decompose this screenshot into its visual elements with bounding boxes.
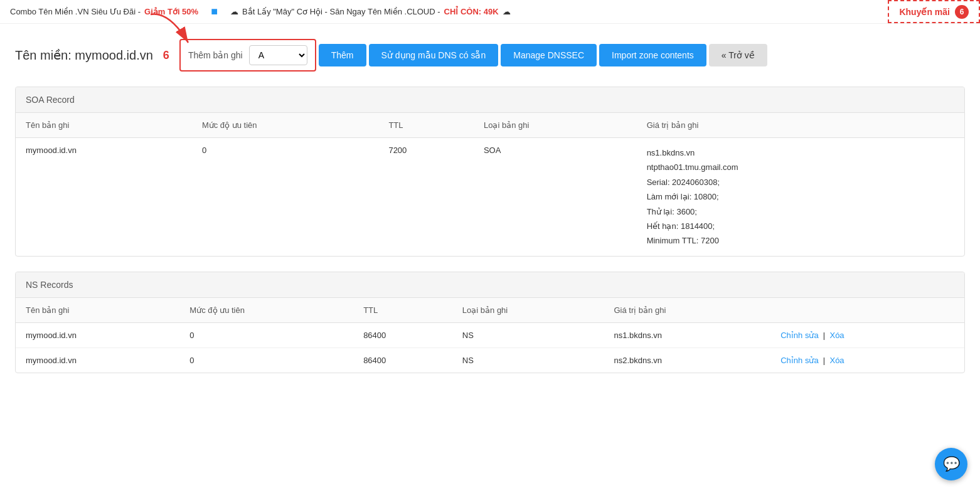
promo-label: Khuyến mãi <box>899 7 950 17</box>
promo-button[interactable]: Khuyến mãi 6 <box>888 0 980 23</box>
soa-section: SOA Record Tên bản ghi Mức độ ưu tiên TT… <box>15 87 965 257</box>
ns-row-1-edit-link[interactable]: Chỉnh sửa <box>780 331 818 340</box>
ns-col-name: Tên bản ghi <box>16 298 179 323</box>
cloud-icon-2: ☁ <box>503 7 511 16</box>
toolbar: Thêm bản ghi A AAAA CNAME MX TXT NS SOA … <box>179 39 767 72</box>
table-row: mymood.id.vn 0 7200 SOA ns1.bkdns.vn ntp… <box>16 138 964 256</box>
dns-template-button[interactable]: Sử dụng mẫu DNS có sẵn <box>369 44 499 66</box>
ns-col-actions <box>770 298 964 323</box>
banner-item-2: ☁ Bắt Lấy "Mây" Cơ Hội - Săn Ngay Tên Mi… <box>230 7 511 16</box>
soa-col-name: Tên bản ghi <box>16 113 192 138</box>
arrow-annotation: 6 <box>163 49 169 62</box>
them-button[interactable]: Thêm <box>319 44 366 66</box>
ns-row-1-delete-link[interactable]: Xóa <box>829 331 844 340</box>
promo-badge: 6 <box>955 5 969 19</box>
soa-col-ttl: TTL <box>378 113 474 138</box>
ns-row-1-value: ns1.bkdns.vn <box>604 322 770 347</box>
ns-row-1-type: NS <box>452 322 604 347</box>
ns-row-2-value: ns2.bkdns.vn <box>604 347 770 373</box>
ns-section: NS Records Tên bản ghi Mức độ ưu tiên TT… <box>15 272 965 373</box>
banner-item-2-red: CHỈ CÒN: 49K <box>444 7 499 16</box>
ns-header: NS Records <box>16 272 964 298</box>
soa-row-actions <box>914 138 964 256</box>
ns-row-2-ttl: 86400 <box>353 347 452 373</box>
ns-row-2-type: NS <box>452 347 604 373</box>
ns-row-1-priority: 0 <box>179 322 353 347</box>
ns-table: Tên bản ghi Mức độ ưu tiên TTL Loại bản … <box>16 298 964 373</box>
title-row: Tên miền: mymood.id.vn 6 Thêm bản ghi A … <box>15 39 965 72</box>
soa-col-value: Giá trị bản ghi <box>637 113 915 138</box>
cloud-icon-1: ☁ <box>230 7 238 16</box>
table-row: mymood.id.vn 0 86400 NS ns1.bkdns.vn Chỉ… <box>16 322 964 347</box>
soa-row-name: mymood.id.vn <box>16 138 192 256</box>
import-zone-button[interactable]: Import zone contents <box>599 44 706 66</box>
ns-row-2-delete-link[interactable]: Xóa <box>829 356 844 365</box>
ns-col-ttl: TTL <box>353 298 452 323</box>
soa-col-type: Loại bản ghi <box>474 113 637 138</box>
soa-table-header-row: Tên bản ghi Mức độ ưu tiên TTL Loại bản … <box>16 113 964 138</box>
soa-row-priority: 0 <box>192 138 379 256</box>
ns-row-2-edit-link[interactable]: Chỉnh sửa <box>780 356 818 365</box>
record-type-select[interactable]: A AAAA CNAME MX TXT NS SOA SRV CAA PTR <box>249 45 307 65</box>
ns-row-2-actions: Chỉnh sửa | Xóa <box>770 347 964 373</box>
ns-row-2-name: mymood.id.vn <box>16 347 179 373</box>
ns-col-priority: Mức độ ưu tiên <box>179 298 353 323</box>
soa-header: SOA Record <box>16 87 964 113</box>
ns-row-2-priority: 0 <box>179 347 353 373</box>
ns-row-1-ttl: 86400 <box>353 322 452 347</box>
soa-col-priority: Mức độ ưu tiên <box>192 113 379 138</box>
table-row: mymood.id.vn 0 86400 NS ns2.bkdns.vn Chỉ… <box>16 347 964 373</box>
red-arrow-icon <box>132 8 207 52</box>
ns-col-type: Loại bản ghi <box>452 298 604 323</box>
manage-dnssec-button[interactable]: Manage DNSSEC <box>501 44 597 66</box>
banner-item-1-text: Combo Tên Miền .VN Siêu Ưu Đãi - <box>10 7 141 16</box>
ns-row-1-name: mymood.id.vn <box>16 322 179 347</box>
ns-col-value: Giá trị bản ghi <box>604 298 770 323</box>
ns-table-header-row: Tên bản ghi Mức độ ưu tiên TTL Loại bản … <box>16 298 964 323</box>
main-content: Tên miền: mymood.id.vn 6 Thêm bản ghi A … <box>0 24 980 373</box>
banner-separator-1: ■ <box>211 5 218 18</box>
soa-row-ttl: 7200 <box>378 138 474 256</box>
soa-col-actions <box>914 113 964 138</box>
ns-row-1-actions: Chỉnh sửa | Xóa <box>770 322 964 347</box>
soa-row-value: ns1.bkdns.vn ntpthao01.tmu.gmail.com Ser… <box>637 138 915 256</box>
banner-item-2-text: Bắt Lấy "Mây" Cơ Hội - Săn Ngay Tên Miền… <box>242 7 440 16</box>
soa-row-type: SOA <box>474 138 637 256</box>
soa-table: Tên bản ghi Mức độ ưu tiên TTL Loại bản … <box>16 113 964 256</box>
back-button[interactable]: « Trở về <box>709 44 767 66</box>
